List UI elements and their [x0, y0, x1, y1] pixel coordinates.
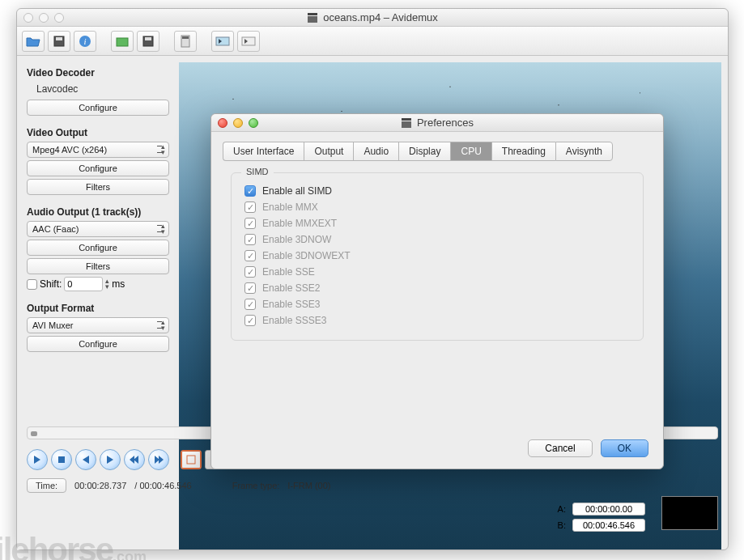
checkbox-label: Enable all SIMD: [262, 185, 332, 197]
video-output-filters-button[interactable]: Filters: [27, 179, 169, 195]
toolbar: i: [17, 27, 728, 56]
play-button[interactable]: [27, 449, 48, 470]
output-format-select[interactable]: AVI Muxer▴▾: [27, 317, 169, 333]
open-video-button[interactable]: [111, 31, 134, 52]
checkbox: ✓: [244, 266, 256, 278]
next-icon: [106, 456, 114, 464]
save-video-button[interactable]: [137, 31, 159, 52]
tab-user-interface[interactable]: User Interface: [223, 142, 304, 161]
zoom-icon[interactable]: [54, 13, 64, 23]
minimize-icon[interactable]: [233, 118, 243, 128]
checkbox: ✓: [244, 315, 256, 326]
svg-rect-1: [308, 13, 317, 15]
info-icon: i: [79, 35, 91, 48]
video-output-title: Video Output: [27, 127, 169, 138]
selection-thumbnail: [661, 496, 718, 530]
nav-prev-button[interactable]: [211, 31, 234, 52]
floppy-icon: [53, 36, 65, 47]
video-decoder-codec: Lavcodec: [27, 82, 169, 100]
tab-avisynth[interactable]: Avisynth: [555, 142, 613, 161]
svg-text:i: i: [83, 36, 86, 46]
check-row: ✓Enable MMX: [244, 199, 630, 215]
ab-markers: A:00:00:00.00 B:00:00:46.546: [558, 499, 645, 532]
shift-row: Shift: ▴▾ ms: [27, 277, 169, 291]
check-row: ✓Enable 3DNOWEXT: [244, 248, 630, 264]
dialog-titlebar: Preferences: [211, 114, 663, 132]
shift-label: Shift:: [40, 278, 62, 290]
svg-rect-13: [58, 456, 65, 463]
tab-output[interactable]: Output: [304, 142, 353, 161]
marker-b-label: B:: [558, 520, 566, 530]
close-icon[interactable]: [23, 13, 33, 23]
check-row: ✓Enable SSE: [244, 264, 630, 280]
prev-keyframe-button[interactable]: [124, 449, 145, 470]
audio-output-configure-button[interactable]: Configure: [27, 240, 169, 256]
audio-output-select[interactable]: AAC (Faac)▴▾: [27, 221, 169, 237]
titlebar: oceans.mp4 – Avidemux: [17, 9, 728, 27]
checkbox: ✓: [244, 218, 256, 229]
shift-unit: ms: [112, 278, 125, 290]
shift-input[interactable]: [64, 277, 103, 291]
checkbox-label: Enable MMXEXT: [262, 218, 337, 229]
prev-frame-button[interactable]: [75, 449, 96, 470]
check-row: ✓Enable MMXEXT: [244, 215, 630, 231]
next-key-icon: [154, 456, 164, 464]
output-format-title: Output Format: [27, 303, 169, 314]
simd-group: SIMD ✓Enable all SIMD✓Enable MMX✓Enable …: [231, 172, 644, 341]
video-output-select[interactable]: Mpeg4 AVC (x264)▴▾: [27, 142, 169, 158]
tab-cpu[interactable]: CPU: [450, 142, 491, 161]
clapper-icon: [307, 12, 318, 23]
checkbox-label: Enable SSE: [262, 266, 315, 278]
tab-display[interactable]: Display: [398, 142, 450, 161]
tab-audio[interactable]: Audio: [353, 142, 398, 161]
save-button[interactable]: [48, 31, 70, 52]
marker-a-icon: [185, 454, 197, 465]
audio-output-title: Audio Output (1 track(s)): [27, 206, 169, 218]
checkbox: ✓: [244, 282, 256, 294]
window-controls: [17, 13, 64, 23]
prev-icon: [82, 456, 90, 464]
calculator-button[interactable]: [174, 31, 197, 52]
minimize-icon[interactable]: [39, 13, 49, 23]
video-decoder-title: Video Decoder: [27, 67, 169, 78]
marker-a-label: A:: [558, 504, 566, 514]
svg-rect-14: [187, 456, 195, 464]
stop-icon: [57, 456, 66, 464]
nav-next-button[interactable]: [237, 31, 260, 52]
play-to-icon: [215, 36, 230, 46]
output-format-configure-button[interactable]: Configure: [27, 336, 169, 352]
video-decoder-configure-button[interactable]: Configure: [27, 100, 169, 116]
stop-button[interactable]: [51, 449, 72, 470]
checkbox-label: Enable SSE2: [262, 282, 320, 294]
next-keyframe-button[interactable]: [148, 449, 169, 470]
shift-checkbox[interactable]: [27, 279, 37, 290]
audio-output-filters-button[interactable]: Filters: [27, 258, 169, 274]
clapper-icon: [401, 117, 412, 129]
check-row: ✓Enable SSSE3: [244, 312, 630, 329]
open-button[interactable]: [22, 31, 45, 52]
ok-button[interactable]: OK: [601, 439, 648, 457]
check-row: ✓Enable all SIMD: [244, 183, 630, 199]
marker-a-button[interactable]: [181, 450, 202, 469]
video-output-configure-button[interactable]: Configure: [27, 160, 169, 176]
svg-rect-11: [216, 37, 229, 45]
checkbox: ✓: [244, 202, 256, 213]
tab-threading[interactable]: Threading: [491, 142, 555, 161]
check-row: ✓Enable SSE3: [244, 296, 630, 312]
close-icon[interactable]: [218, 118, 227, 128]
checkbox-label: Enable 3DNOWEXT: [262, 250, 351, 261]
next-frame-button[interactable]: [100, 449, 121, 470]
check-row: ✓Enable SSE2: [244, 280, 630, 296]
play-icon: [33, 456, 41, 464]
checkbox-label: Enable SSSE3: [262, 315, 326, 326]
play-from-icon: [241, 36, 256, 46]
time-button[interactable]: Time:: [27, 478, 66, 493]
cancel-button[interactable]: Cancel: [528, 439, 592, 457]
dialog-buttons: Cancel OK: [528, 439, 648, 457]
checkbox[interactable]: ✓: [244, 185, 256, 197]
group-title: SIMD: [241, 167, 274, 176]
info-button[interactable]: i: [74, 31, 96, 52]
checkbox: ✓: [244, 234, 256, 245]
svg-rect-6: [117, 38, 128, 46]
zoom-icon[interactable]: [249, 118, 258, 128]
